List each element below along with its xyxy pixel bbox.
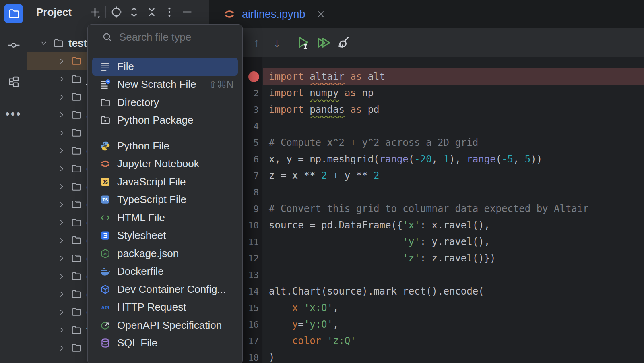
project-tool-button[interactable] [4, 4, 23, 23]
http-request-icon: API [100, 302, 111, 313]
arrow-up-icon[interactable]: ↑ [249, 35, 265, 51]
popup-search-field[interactable]: Search file type [88, 25, 242, 50]
folder-icon [71, 253, 82, 264]
menu-item-label: HTTP Request [117, 301, 186, 313]
menu-item-directory[interactable]: Directory [88, 93, 242, 112]
close-icon[interactable] [316, 9, 326, 19]
chevron-right-icon[interactable] [57, 110, 66, 119]
arrow-down-icon[interactable]: ↓ [269, 35, 285, 51]
code-line[interactable]: x, y = np.meshgrid(range(-20, 1), range(… [269, 151, 644, 168]
svg-text:API: API [101, 305, 109, 311]
run-all-cells-icon[interactable] [315, 35, 331, 51]
menu-item-javascript-file[interactable]: JSJavaScript File [88, 173, 242, 191]
code-line[interactable] [269, 184, 644, 201]
folder-icon [71, 235, 82, 246]
tab-title: airlines.ipynb [242, 8, 305, 21]
code-line[interactable]: 'z': z.ravel()}) [269, 250, 644, 267]
folder-excluded-icon [71, 56, 82, 66]
code-line[interactable]: y='y:O', [269, 316, 644, 333]
menu-item-html-file[interactable]: HTML File [88, 209, 242, 227]
chevron-right-icon[interactable] [57, 236, 66, 245]
menu-item-new-scratch-file[interactable]: New Scratch File⇧⌘N [88, 76, 242, 94]
code-line[interactable]: source = pd.DataFrame({'x': x.ravel(), [269, 217, 644, 234]
code-line[interactable]: import numpy as np [269, 85, 644, 102]
folder-icon [71, 307, 82, 317]
menu-item-label: package.json [117, 247, 179, 260]
menu-item-python-package[interactable]: Python Package [88, 112, 242, 130]
code-line[interactable]: 'y': y.ravel(), [269, 234, 644, 250]
code-editor[interactable]: 23456789101112131415161718 import altair… [209, 57, 644, 363]
menu-item-label: Directory [117, 96, 159, 109]
chevron-right-icon[interactable] [57, 326, 66, 334]
menu-item-shortcut: ⇧⌘N [209, 79, 233, 90]
run-cell-icon[interactable] [295, 35, 311, 51]
jupyter-icon [100, 158, 111, 169]
code-line[interactable]: color='z:Q' [269, 333, 644, 349]
chevron-down-icon[interactable] [39, 39, 48, 48]
collapse-all-icon[interactable] [143, 3, 161, 21]
chevron-right-icon[interactable] [57, 57, 66, 66]
menu-item-label: File [117, 60, 134, 73]
stylesheet-icon [100, 230, 111, 241]
menu-item-package-json[interactable]: JSpackage.json [88, 245, 242, 263]
menu-item-openapi-specification[interactable]: OpenAPI Specification [88, 316, 242, 334]
commit-icon[interactable] [7, 38, 21, 52]
scratch-file-icon [100, 79, 111, 90]
menu-item-http-request[interactable]: APIHTTP Request [88, 299, 242, 317]
chevron-right-icon[interactable] [57, 344, 66, 353]
code-line[interactable]: ) [269, 349, 644, 363]
menu-item-label: JavaScript File [117, 176, 186, 188]
menu-item-sql-file[interactable]: SQL File [88, 334, 242, 353]
chevron-right-icon[interactable] [57, 290, 66, 299]
structure-icon[interactable] [7, 75, 21, 89]
svg-text:JS: JS [103, 180, 108, 185]
menu-item-file[interactable]: File [92, 58, 238, 76]
locate-icon[interactable] [107, 3, 125, 21]
chevron-right-icon[interactable] [57, 218, 66, 227]
code-line[interactable]: import pandas as pd [269, 102, 644, 118]
menu-item-label: Stylesheet [117, 229, 166, 242]
more-icon[interactable]: ••• [7, 107, 21, 121]
popup-menu: FileNew Scratch File⇧⌘NDirectoryPython P… [88, 50, 242, 356]
menu-item-typescript-file[interactable]: TSTypeScript File [88, 191, 242, 209]
directory-icon [100, 97, 111, 108]
chevron-right-icon[interactable] [57, 146, 66, 155]
code-line[interactable]: x='x:O', [269, 300, 644, 316]
code-line[interactable]: # Convert this grid to columnar data exp… [269, 201, 644, 217]
code-line[interactable]: alt.Chart(source).mark_rect().encode( [269, 283, 644, 300]
menu-item-label: SQL File [117, 337, 157, 349]
openapi-icon [100, 320, 111, 331]
panel-title: Project [36, 6, 72, 19]
hide-icon[interactable] [178, 3, 196, 21]
code-line[interactable]: z = x ** 2 + y ** 2 [269, 168, 644, 184]
chevron-right-icon[interactable] [57, 182, 66, 191]
menu-item-stylesheet[interactable]: Stylesheet [88, 227, 242, 245]
menu-item-label: Python File [117, 140, 169, 152]
chevron-right-icon[interactable] [57, 200, 66, 209]
notebook-toolbar: ↑ ↓ [209, 28, 644, 57]
code-line[interactable]: # Compute x^2 + y^2 across a 2D grid [269, 135, 644, 151]
jupyter-icon [223, 8, 235, 20]
code-line[interactable] [269, 267, 644, 283]
menu-item-jupyter-notebook[interactable]: Jupyter Notebook [88, 155, 242, 173]
chevron-right-icon[interactable] [57, 129, 66, 137]
menu-item-dockerfile[interactable]: Dockerfile [88, 263, 242, 281]
plus-icon[interactable] [86, 3, 104, 21]
expand-all-icon[interactable] [125, 3, 143, 21]
folder-icon [71, 217, 82, 228]
chevron-right-icon[interactable] [57, 272, 66, 281]
code-lines: import altair as altimport numpy as npim… [269, 68, 644, 363]
chevron-right-icon[interactable] [57, 75, 66, 83]
menu-item-dev-container-config[interactable]: Dev Container Config... [88, 280, 242, 299]
clear-outputs-icon[interactable] [335, 35, 351, 51]
chevron-right-icon[interactable] [57, 164, 66, 173]
folder-icon [71, 163, 82, 174]
code-line[interactable]: import altair as alt [269, 68, 644, 85]
code-line[interactable] [269, 118, 644, 135]
menu-item-python-file[interactable]: Python File [88, 137, 242, 155]
chevron-right-icon[interactable] [57, 93, 66, 102]
chevron-right-icon[interactable] [57, 308, 66, 317]
kebab-menu-icon[interactable] [161, 3, 178, 21]
search-icon [102, 32, 113, 43]
chevron-right-icon[interactable] [57, 254, 66, 263]
